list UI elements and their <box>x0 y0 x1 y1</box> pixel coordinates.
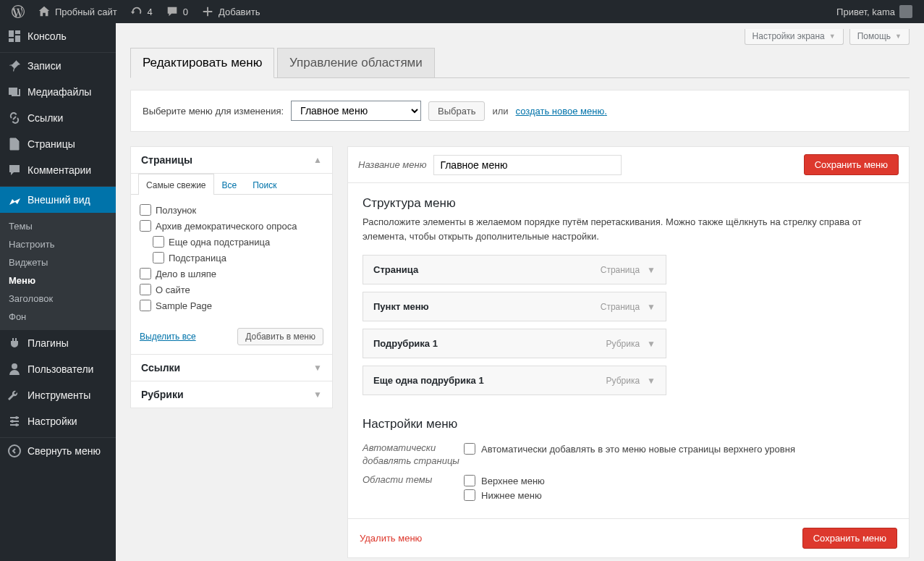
menu-struct-item[interactable]: Еще одна подрубрика 1 Рубрика▼ <box>363 366 666 395</box>
item-title: Пункт меню <box>373 301 429 312</box>
chevron-down-icon: ▼ <box>313 363 322 373</box>
location-bottom-checkbox[interactable] <box>464 489 475 501</box>
page-list[interactable]: Ползунок Архив демократического опроса Е… <box>131 195 332 321</box>
inner-tab-recent[interactable]: Самые свежие <box>138 174 214 195</box>
acc-categories-title: Рубрики <box>141 389 184 400</box>
item-type: Рубрика <box>606 339 640 349</box>
menu-label: Страницы <box>27 138 75 150</box>
submenu-background[interactable]: Фон <box>0 308 116 326</box>
page-checkbox[interactable] <box>140 204 151 216</box>
menu-label: Внешний вид <box>27 194 90 206</box>
site-name: Пробный сайт <box>55 7 117 17</box>
acc-categories-head[interactable]: Рубрики ▼ <box>131 381 332 408</box>
select-all-link[interactable]: Выделить все <box>140 332 196 342</box>
acc-links-title: Ссылки <box>141 362 180 374</box>
page-label: О сайте <box>156 284 190 295</box>
site-name-link[interactable]: Пробный сайт <box>32 0 123 23</box>
menu-collapse[interactable]: Свернуть меню <box>0 438 116 464</box>
menu-posts[interactable]: Записи <box>0 53 116 79</box>
add-new-link[interactable]: Добавить <box>195 0 266 23</box>
submenu-menus[interactable]: Меню <box>0 271 116 290</box>
menu-footer: Удалить меню Сохранить меню <box>348 518 909 557</box>
settings-heading: Настройки меню <box>363 417 894 431</box>
page-checkbox[interactable] <box>140 284 151 295</box>
chevron-down-icon: ▼ <box>647 339 656 349</box>
menu-pages[interactable]: Страницы <box>0 131 116 157</box>
page-row: О сайте <box>140 282 323 298</box>
menu-name-input[interactable] <box>433 155 622 175</box>
wp-logo[interactable] <box>6 0 30 23</box>
auto-add-checkbox[interactable] <box>464 443 475 455</box>
page-label: Ползунок <box>156 205 196 216</box>
menu-label: Записи <box>27 60 61 72</box>
menu-dashboard[interactable]: Консоль <box>0 23 116 49</box>
page-row: Архив демократического опроса <box>140 218 323 234</box>
link-icon <box>7 111 22 125</box>
chevron-down-icon: ▼ <box>895 33 902 40</box>
settings-icon <box>7 414 22 429</box>
home-icon <box>38 5 51 18</box>
item-type: Страница <box>601 302 640 312</box>
appearance-icon <box>7 193 22 207</box>
menu-label: Консоль <box>27 30 67 42</box>
page-checkbox[interactable] <box>140 268 151 279</box>
save-menu-button-bottom[interactable]: Сохранить меню <box>802 528 897 549</box>
menu-struct-item[interactable]: Страница Страница▼ <box>363 255 666 284</box>
page-checkbox[interactable] <box>153 236 164 248</box>
updates-link[interactable]: 4 <box>124 0 158 23</box>
page-checkbox[interactable] <box>153 252 164 263</box>
menu-struct-item[interactable]: Подрубрика 1 Рубрика▼ <box>363 329 666 358</box>
page-checkbox[interactable] <box>140 220 151 232</box>
item-type: Рубрика <box>606 376 640 386</box>
tab-manage-locations[interactable]: Управление областями <box>277 48 435 77</box>
delete-menu-link[interactable]: Удалить меню <box>360 533 422 544</box>
user-greeting[interactable]: Привет, kama <box>831 0 918 23</box>
acc-links-head[interactable]: Ссылки ▼ <box>131 354 332 381</box>
submenu-appearance: Темы Настроить Виджеты Меню Заголовок Фо… <box>0 213 116 330</box>
screen-options-label: Настройки экрана <box>753 31 825 41</box>
menu-struct-item[interactable]: Пункт меню Страница▼ <box>363 292 666 321</box>
item-title: Страница <box>373 264 418 275</box>
menu-users[interactable]: Пользователи <box>0 356 116 382</box>
item-title: Подрубрика 1 <box>373 338 438 349</box>
create-menu-link[interactable]: создать новое меню. <box>516 106 607 117</box>
menu-tools[interactable]: Инструменты <box>0 382 116 408</box>
acc-pages-head[interactable]: Страницы ▲ <box>131 147 332 173</box>
admin-bar: Пробный сайт 4 0 Добавить Привет, kama <box>0 0 924 23</box>
save-menu-button-top[interactable]: Сохранить меню <box>804 154 899 175</box>
chevron-down-icon: ▼ <box>647 265 656 275</box>
updates-count: 4 <box>148 7 153 17</box>
page-label: Дело в шляпе <box>156 269 216 279</box>
menu-select[interactable]: Главное меню <box>291 101 421 121</box>
menu-select-bar: Выберите меню для изменения: Главное мен… <box>130 90 910 132</box>
menu-edit-panel: Название меню Сохранить меню Структура м… <box>347 146 910 558</box>
menu-label: Ссылки <box>27 112 63 124</box>
inner-tab-search[interactable]: Поиск <box>245 174 284 195</box>
menu-header: Название меню Сохранить меню <box>348 147 909 183</box>
location-top-checkbox[interactable] <box>464 475 475 486</box>
menu-links[interactable]: Ссылки <box>0 105 116 131</box>
submenu-widgets[interactable]: Виджеты <box>0 253 116 271</box>
page-checkbox[interactable] <box>140 300 151 311</box>
help-button[interactable]: Помощь ▼ <box>849 29 910 45</box>
submenu-customize[interactable]: Настроить <box>0 235 116 253</box>
menu-appearance[interactable]: Внешний вид <box>0 187 116 213</box>
item-type: Страница <box>601 265 640 275</box>
select-button[interactable]: Выбрать <box>428 101 485 121</box>
inner-tab-all[interactable]: Все <box>214 174 245 195</box>
or-text: или <box>492 106 508 117</box>
screen-options-button[interactable]: Настройки экрана ▼ <box>745 29 844 45</box>
menu-plugins[interactable]: Плагины <box>0 330 116 356</box>
menu-comments[interactable]: Комментарии <box>0 157 116 183</box>
comments-link[interactable]: 0 <box>160 0 194 23</box>
plus-icon <box>201 5 214 18</box>
page-row: Подстраница <box>140 250 323 266</box>
add-new-label: Добавить <box>219 7 260 17</box>
add-to-menu-button[interactable]: Добавить в меню <box>237 328 323 345</box>
submenu-themes[interactable]: Темы <box>0 217 116 235</box>
menu-settings[interactable]: Настройки <box>0 408 116 434</box>
tab-edit-menus[interactable]: Редактировать меню <box>130 48 274 78</box>
svg-point-3 <box>9 445 20 457</box>
submenu-header[interactable]: Заголовок <box>0 290 116 308</box>
menu-media[interactable]: Медиафайлы <box>0 79 116 105</box>
